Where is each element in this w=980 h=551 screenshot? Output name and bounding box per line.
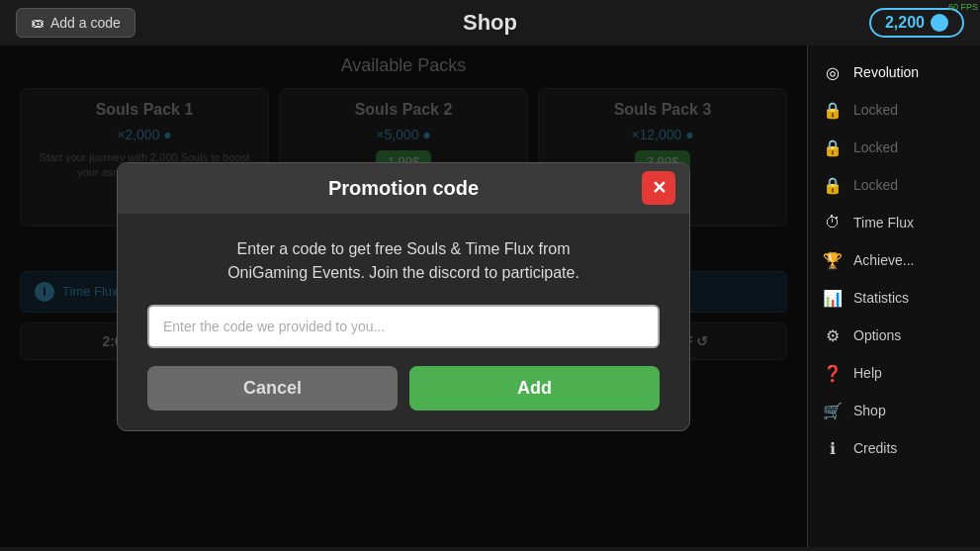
options-icon: ⚙ bbox=[822, 324, 844, 346]
sidebar-label-credits: Credits bbox=[853, 440, 897, 456]
currency-value: 2,200 bbox=[885, 14, 925, 32]
add-button[interactable]: Add bbox=[409, 366, 660, 411]
sidebar-label-locked-1: Locked bbox=[853, 102, 898, 118]
modal-close-button[interactable]: ✕ bbox=[642, 171, 675, 205]
sidebar-item-timeflux[interactable]: ⏱ Time Flux bbox=[808, 204, 980, 241]
shop-icon: 🛒 bbox=[822, 400, 844, 421]
sidebar-item-shop[interactable]: 🛒 Shop bbox=[808, 392, 980, 429]
cancel-button[interactable]: Cancel bbox=[147, 366, 398, 411]
add-code-label: Add a code bbox=[50, 15, 121, 31]
sidebar-item-revolution[interactable]: ◎ Revolution bbox=[808, 53, 980, 91]
timeflux-icon: ⏱ bbox=[822, 212, 844, 233]
modal-header: Promotion code ✕ bbox=[118, 163, 689, 214]
lock-icon-2: 🔒 bbox=[822, 137, 844, 158]
main-layout: Available Packs Souls Pack 1 ×2,000 ● St… bbox=[0, 46, 980, 547]
help-icon: ❓ bbox=[822, 362, 844, 384]
sidebar-item-options[interactable]: ⚙ Options bbox=[808, 317, 980, 354]
sidebar-label-revolution: Revolution bbox=[853, 64, 919, 80]
sidebar: ◎ Revolution 🔒 Locked 🔒 Locked 🔒 Locked … bbox=[807, 46, 980, 547]
currency-icon bbox=[931, 14, 948, 32]
sidebar-item-help[interactable]: ❓ Help bbox=[808, 354, 980, 392]
sidebar-item-locked-1: 🔒 Locked bbox=[808, 91, 980, 129]
lock-icon-3: 🔒 bbox=[822, 174, 844, 196]
modal-title: Promotion code bbox=[328, 177, 479, 200]
currency-display: 2,200 bbox=[869, 8, 964, 38]
revolution-icon: ◎ bbox=[822, 61, 844, 83]
content-area: Available Packs Souls Pack 1 ×2,000 ● St… bbox=[0, 46, 807, 547]
sidebar-label-locked-2: Locked bbox=[853, 139, 898, 155]
top-bar: 🎟 Add a code Shop 2,200 bbox=[0, 0, 980, 46]
add-code-icon: 🎟 bbox=[31, 15, 45, 31]
modal-description: Enter a code to get free Souls & Time Fl… bbox=[147, 237, 660, 285]
sidebar-item-locked-3: 🔒 Locked bbox=[808, 166, 980, 204]
sidebar-item-locked-2: 🔒 Locked bbox=[808, 129, 980, 166]
sidebar-label-shop: Shop bbox=[853, 403, 886, 418]
sidebar-label-statistics: Statistics bbox=[853, 290, 909, 306]
shop-title: Shop bbox=[463, 10, 517, 36]
modal-overlay: Promotion code ✕ Enter a code to get fre… bbox=[0, 46, 807, 547]
sidebar-label-options: Options bbox=[853, 327, 901, 343]
sidebar-item-achievements[interactable]: 🏆 Achieve... bbox=[808, 241, 980, 279]
promotion-modal: Promotion code ✕ Enter a code to get fre… bbox=[117, 162, 690, 431]
fps-badge: 60 FPS bbox=[948, 2, 978, 12]
credits-icon: ℹ bbox=[822, 437, 844, 459]
sidebar-item-credits[interactable]: ℹ Credits bbox=[808, 429, 980, 467]
achievements-icon: 🏆 bbox=[822, 249, 844, 271]
promo-code-input[interactable] bbox=[147, 305, 660, 348]
sidebar-label-locked-3: Locked bbox=[853, 177, 898, 193]
modal-buttons: Cancel Add bbox=[147, 366, 660, 411]
sidebar-item-statistics[interactable]: 📊 Statistics bbox=[808, 279, 980, 317]
statistics-icon: 📊 bbox=[822, 287, 844, 309]
lock-icon-1: 🔒 bbox=[822, 99, 844, 121]
add-code-button[interactable]: 🎟 Add a code bbox=[16, 8, 135, 38]
modal-body: Enter a code to get free Souls & Time Fl… bbox=[118, 214, 689, 430]
sidebar-label-help: Help bbox=[853, 365, 882, 381]
sidebar-label-timeflux: Time Flux bbox=[853, 215, 914, 230]
sidebar-label-achievements: Achieve... bbox=[853, 252, 914, 268]
